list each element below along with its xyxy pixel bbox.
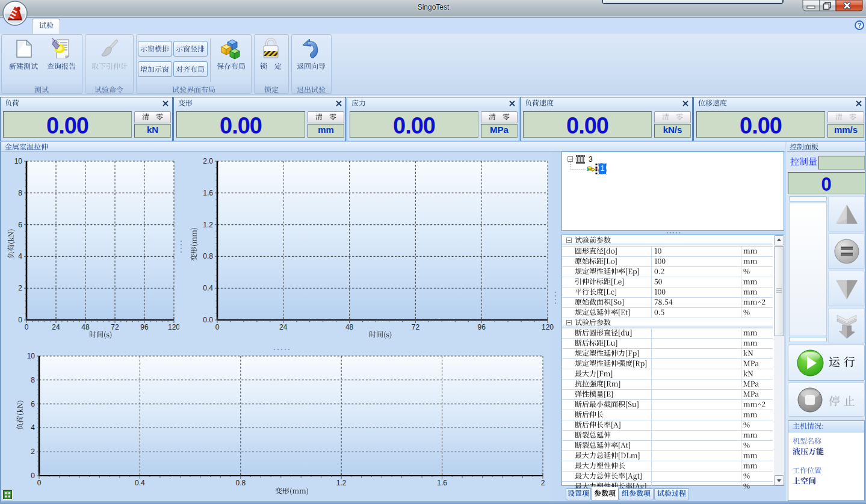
svg-text:10: 10 — [27, 352, 36, 360]
svg-text:1.6: 1.6 — [437, 479, 447, 487]
svg-text:6: 6 — [18, 221, 22, 229]
svg-text:2.0: 2.0 — [203, 157, 213, 165]
svg-text:0.8: 0.8 — [235, 479, 246, 487]
svg-text:0: 0 — [18, 316, 22, 324]
svg-text:10: 10 — [14, 157, 23, 165]
svg-text:24: 24 — [279, 323, 288, 331]
svg-text:96: 96 — [140, 323, 149, 331]
svg-text:0.4: 0.4 — [135, 479, 145, 487]
svg-text:24: 24 — [52, 323, 60, 331]
svg-text:120: 120 — [168, 323, 179, 331]
svg-text:96: 96 — [478, 323, 486, 331]
svg-text:8: 8 — [18, 189, 22, 197]
svg-text:1.2: 1.2 — [336, 479, 347, 487]
svg-text:0: 0 — [37, 479, 42, 487]
svg-text:1.2: 1.2 — [203, 221, 213, 229]
svg-text:72: 72 — [111, 323, 119, 331]
svg-text:2: 2 — [18, 284, 22, 292]
svg-text:4: 4 — [31, 423, 35, 432]
svg-text:4: 4 — [18, 252, 22, 260]
svg-text:48: 48 — [81, 323, 90, 331]
svg-text:120: 120 — [542, 323, 554, 331]
svg-text:8: 8 — [31, 376, 35, 384]
svg-text:2: 2 — [31, 447, 35, 456]
svg-text:72: 72 — [412, 323, 420, 331]
svg-text:2: 2 — [541, 479, 545, 487]
svg-text:0: 0 — [215, 323, 220, 331]
svg-text:0: 0 — [25, 323, 29, 331]
svg-text:1.6: 1.6 — [203, 189, 213, 197]
svg-text:0: 0 — [31, 472, 35, 480]
svg-text:?: ? — [858, 22, 862, 29]
svg-text:48: 48 — [345, 323, 354, 331]
svg-text:6: 6 — [31, 400, 35, 408]
svg-text:0.0: 0.0 — [203, 316, 213, 324]
svg-text:0.8: 0.8 — [203, 252, 213, 260]
svg-text:0.4: 0.4 — [203, 284, 213, 292]
